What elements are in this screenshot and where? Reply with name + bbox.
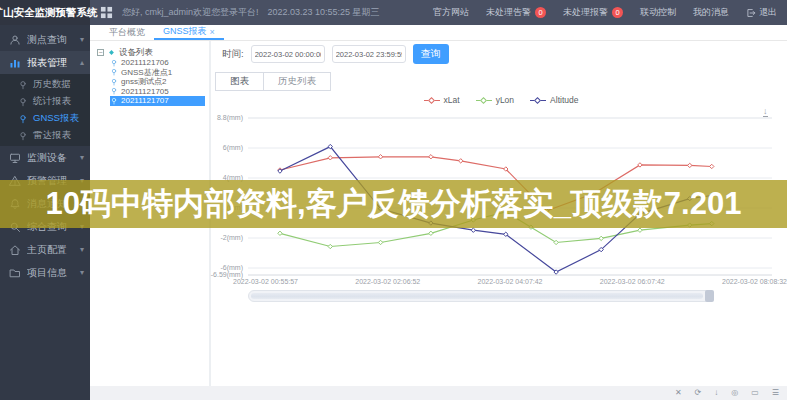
pin-icon xyxy=(18,114,28,124)
tree-node[interactable]: gnss测试点2 xyxy=(110,77,205,87)
view-tab-label: 图表 xyxy=(230,75,249,88)
legend-label: Altitude xyxy=(550,95,578,105)
navbar-item-label: 未处理告警 xyxy=(486,6,531,19)
top-navbar: 矿山安全监测预警系统 您好, cmkj_admin欢迎您登录平台! 2022.0… xyxy=(0,0,787,25)
view-tab[interactable]: 历史列表 xyxy=(264,72,331,91)
download-icon[interactable]: ↓ xyxy=(714,389,718,397)
x-tick-label: 2022-03-02 00:55:57 xyxy=(233,278,298,285)
close-icon[interactable]: ✕ xyxy=(675,389,682,397)
tree-node-label: 20211121705 xyxy=(121,87,169,96)
query-toolbar: 时间: 查询 xyxy=(222,44,449,64)
sidebar-subitem[interactable]: GNSS报表 xyxy=(0,110,90,127)
navbar-item[interactable]: 官方网站 xyxy=(433,6,469,19)
footer-bar: ✕⟳↓◎▭☰ xyxy=(90,386,787,400)
close-icon[interactable]: × xyxy=(210,27,215,37)
sidebar-subitem[interactable]: 统计报表 xyxy=(0,93,90,110)
sidebar-subitem-label: 雷达报表 xyxy=(33,129,71,142)
navbar-item-label: 我的消息 xyxy=(693,6,729,19)
sidebar-subitem[interactable]: 历史数据 xyxy=(0,76,90,93)
start-datetime-input[interactable] xyxy=(251,45,325,63)
view-tab-label: 历史列表 xyxy=(278,75,316,88)
sidebar-item-label: 测点查询 xyxy=(27,33,80,47)
pin-icon xyxy=(110,78,118,86)
alert-count-badge: 0 xyxy=(612,7,623,18)
page-tab[interactable]: 平台概览 xyxy=(100,25,154,40)
pin-icon xyxy=(110,97,118,105)
legend-item[interactable]: xLat xyxy=(424,95,460,105)
apps-grid-icon[interactable] xyxy=(100,6,113,19)
legend-label: yLon xyxy=(496,95,514,105)
user-icon xyxy=(9,34,21,46)
datazoom-handle[interactable] xyxy=(705,290,714,302)
tree-expander-icon[interactable]: − xyxy=(97,49,104,56)
pin-icon xyxy=(18,97,28,107)
y-tick-label: -2(mm) xyxy=(220,234,243,241)
y-tick-label: 6(mm) xyxy=(223,144,243,151)
navbar-item[interactable]: 未处理告警0 xyxy=(486,6,546,19)
diamond-icon xyxy=(107,48,116,57)
navbar-item[interactable]: 退出 xyxy=(746,6,777,19)
datazoom-fill xyxy=(251,293,703,299)
view-tab[interactable]: 图表 xyxy=(215,72,264,91)
legend-label: xLat xyxy=(444,95,460,105)
logout-icon xyxy=(746,8,756,18)
y-axis-min-label: -6.59(mm) xyxy=(211,271,243,278)
sidebar-item-label: 项目信息 xyxy=(27,266,80,280)
x-tick-label: 2022-03-02 02:06:52 xyxy=(355,278,420,285)
chart-icon xyxy=(9,57,21,69)
end-datetime-input[interactable] xyxy=(332,45,406,63)
sidebar-item[interactable]: 报表管理▴ xyxy=(0,51,90,74)
app-logo-title: 矿山安全监测预警系统 xyxy=(0,0,90,25)
tree-node-label: gnss测试点2 xyxy=(121,76,166,87)
diamond-marker-icon xyxy=(476,97,492,104)
datazoom-slider[interactable] xyxy=(248,290,714,302)
y-tick-label: -6(mm) xyxy=(220,264,243,271)
navbar-item[interactable]: 我的消息 xyxy=(693,6,729,19)
page-tab-label: GNSS报表 xyxy=(163,25,207,38)
navbar-item[interactable]: 未处理报警0 xyxy=(563,6,623,19)
pin-icon xyxy=(18,80,28,90)
tab-strip: 平台概览GNSS报表× xyxy=(90,25,787,41)
legend-item[interactable]: Altitude xyxy=(530,95,578,105)
x-axis-labels: 2022-03-02 00:55:572022-03-02 02:06:5220… xyxy=(233,278,787,285)
tree-root[interactable]: − 设备列表 xyxy=(97,47,205,58)
x-tick-label: 2022-03-02 08:08:32 xyxy=(722,278,787,285)
page-tab[interactable]: GNSS报表× xyxy=(154,25,224,40)
monitor-icon xyxy=(9,152,21,164)
target-icon[interactable]: ◎ xyxy=(731,389,738,397)
chevron-down-icon: ▾ xyxy=(80,153,84,162)
navbar-left: 您好, cmkj_admin欢迎您登录平台! 2022.03.23 10:55:… xyxy=(100,6,380,19)
navbar-item-label: 未处理报警 xyxy=(563,6,608,19)
sidebar-item[interactable]: 监测设备▾ xyxy=(0,146,90,169)
chevron-down-icon: ▾ xyxy=(80,35,84,44)
navbar-item-label: 退出 xyxy=(759,6,777,19)
tree-node[interactable]: 20211121707 xyxy=(110,96,205,106)
x-tick-label: 2022-03-02 06:07:42 xyxy=(600,278,665,285)
chevron-down-icon: ▾ xyxy=(80,268,84,277)
window-icon[interactable]: ▭ xyxy=(751,389,759,397)
overlay-ad-banner: 10码中特内部资料,客户反馈分析落实_顶级款7.201 xyxy=(0,180,787,228)
sidebar-item-label: 报表管理 xyxy=(27,56,80,70)
tree-nodes: 20211121706GNSS基准点1gnss测试点22021112170520… xyxy=(97,58,205,106)
tree-root-label: 设备列表 xyxy=(119,47,153,59)
x-tick-label: 2022-03-02 04:07:42 xyxy=(478,278,543,285)
y-tick-label: 8.8(mm) xyxy=(217,114,243,121)
tree-node[interactable]: 20211121705 xyxy=(110,87,205,97)
sidebar-item[interactable]: 测点查询▾ xyxy=(0,28,90,51)
sidebar-item-label: 主页配置 xyxy=(27,243,80,257)
time-label: 时间: xyxy=(222,48,244,61)
sidebar-item[interactable]: 项目信息▾ xyxy=(0,261,90,284)
query-button[interactable]: 查询 xyxy=(413,44,449,64)
sidebar-item[interactable]: 主页配置▾ xyxy=(0,238,90,261)
refresh-icon[interactable]: ⟳ xyxy=(695,389,702,397)
legend-item[interactable]: yLon xyxy=(476,95,514,105)
sidebar-subitem[interactable]: 雷达报表 xyxy=(0,127,90,144)
pin-icon xyxy=(110,59,118,67)
sidebar-submenu: 历史数据统计报表GNSS报表雷达报表 xyxy=(0,74,90,146)
home-icon xyxy=(9,244,21,256)
menu-icon[interactable]: ☰ xyxy=(772,389,779,397)
diamond-marker-icon xyxy=(530,97,546,104)
pin-icon xyxy=(110,68,118,76)
diamond-marker-icon xyxy=(424,97,440,104)
navbar-item[interactable]: 联动控制 xyxy=(640,6,676,19)
